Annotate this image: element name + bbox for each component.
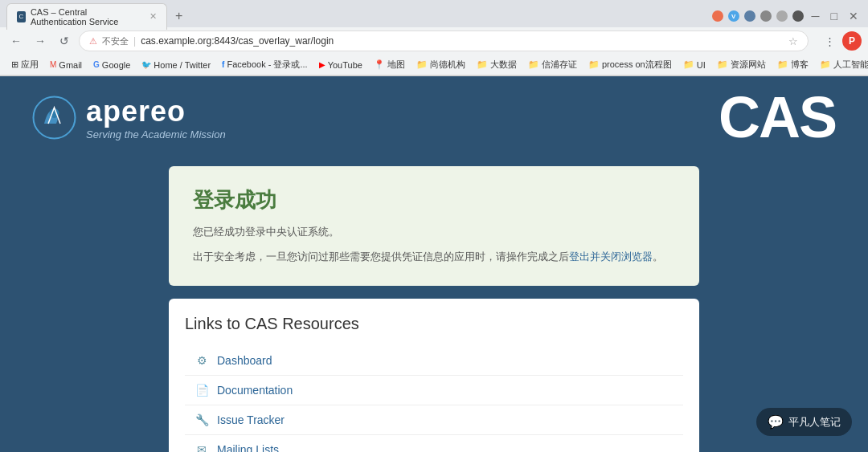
watermark: 💬 平凡人笔记	[756, 408, 852, 436]
security-text: 出于安全考虑，一旦您访问过那些需要您提供凭证信息的应用时，请操作完成之后登出并关…	[193, 249, 675, 266]
facebook-icon: f	[222, 60, 224, 69]
dashboard-link[interactable]: Dashboard	[217, 354, 272, 367]
apereo-logo: apereo Serving the Academic Mission	[32, 95, 226, 140]
documentation-link[interactable]: Documentation	[217, 384, 293, 397]
divider: |	[133, 35, 136, 47]
bookmark-blog[interactable]: 📁 博客	[772, 57, 813, 72]
bookmark-google[interactable]: G Google	[88, 59, 135, 71]
extension-icon-5	[776, 10, 788, 22]
security-icon: ⚠	[89, 36, 97, 47]
minimize-btn[interactable]: ─	[809, 8, 823, 24]
bookmark-maps[interactable]: 📍 地图	[369, 57, 410, 72]
ai-label: 人工智能	[833, 59, 868, 71]
resource-mailing-lists[interactable]: ✉ Mailing Lists	[185, 435, 683, 452]
insecure-label: 不安全	[102, 35, 129, 47]
bookmark-apps[interactable]: ⊞ 应用	[6, 57, 43, 72]
maps-label: 地图	[387, 59, 405, 71]
resource-documentation[interactable]: 📄 Documentation	[185, 376, 683, 405]
folder-icon-1: 📁	[416, 59, 428, 70]
folder-icon-6: 📁	[717, 59, 728, 70]
extension-icon-2: V	[728, 10, 739, 22]
address-bar[interactable]: ⚠ 不安全 | cas.example.org:8443/cas_overlay…	[79, 31, 809, 51]
profile-button[interactable]: P	[842, 31, 862, 51]
extension-icon-4	[760, 10, 772, 22]
bookmarks-bar: ⊞ 应用 M Gmail G Google 🐦 Home / Twitter f…	[0, 55, 868, 75]
bookmark-resources[interactable]: 📁 资源网站	[712, 57, 771, 72]
forward-button[interactable]: →	[31, 31, 50, 51]
bookmark-youtube[interactable]: ▶ YouTube	[314, 59, 367, 71]
folder-icon-2: 📁	[477, 59, 488, 70]
browser-chrome: C CAS – Central Authentication Service ✕…	[0, 0, 868, 76]
tab-close[interactable]: ✕	[149, 11, 157, 22]
success-box: 登录成功 您已经成功登录中央认证系统。 出于安全考虑，一旦您访问过那些需要您提供…	[169, 166, 699, 286]
dashboard-icon: ⚙	[194, 354, 209, 367]
security-text-after: 。	[653, 250, 663, 263]
twitter-icon: 🐦	[141, 60, 151, 69]
resource-dashboard[interactable]: ⚙ Dashboard	[185, 346, 683, 376]
twitter-label: Home / Twitter	[154, 60, 211, 70]
url-text: cas.example.org:8443/cas_overlay_war/log…	[141, 35, 334, 47]
issue-tracker-link[interactable]: Issue Tracker	[217, 413, 285, 426]
apereo-text: apereo Serving the Academic Mission	[86, 95, 226, 140]
apps-icon: ⊞	[11, 59, 18, 70]
tab-title: CAS – Central Authentication Service	[31, 7, 145, 26]
bookmark-bigdata[interactable]: 📁 大数据	[472, 57, 522, 72]
logout-link[interactable]: 登出并关闭浏览器	[569, 250, 653, 263]
resources-box: Links to CAS Resources ⚙ Dashboard 📄 Doc…	[169, 299, 699, 452]
extensions-button[interactable]: ⋮	[820, 31, 839, 51]
bookmark-process[interactable]: 📁 process on流程图	[583, 57, 677, 72]
apereo-logo-svg	[32, 96, 76, 140]
bookmark-ai[interactable]: 📁 人工智能	[815, 57, 868, 72]
extension-icon-1	[712, 10, 723, 22]
success-subtitle: 您已经成功登录中央认证系统。	[193, 224, 675, 241]
bigdata-label: 大数据	[490, 59, 517, 71]
google-label: Google	[102, 60, 130, 70]
bookmark-shangde[interactable]: 📁 尚德机构	[411, 57, 470, 72]
issue-tracker-icon: 🔧	[194, 413, 209, 426]
security-text-before: 出于安全考虑，一旦您访问过那些需要您提供凭证信息的应用时，请操作完成之后	[193, 250, 569, 263]
tab-favicon: C	[17, 11, 26, 22]
youtube-label: YouTube	[328, 60, 362, 70]
folder-icon-3: 📁	[528, 59, 539, 70]
resource-issue-tracker[interactable]: 🔧 Issue Tracker	[185, 405, 683, 435]
reload-button[interactable]: ↺	[55, 31, 74, 51]
xinpu-label: 信浦存证	[542, 59, 577, 71]
folder-icon-5: 📁	[683, 59, 694, 70]
chat-icon: 💬	[768, 414, 784, 430]
ui-label: UI	[697, 60, 706, 70]
mailing-icon: ✉	[194, 443, 209, 452]
close-btn[interactable]: ✕	[845, 8, 862, 24]
google-icon: G	[93, 60, 100, 69]
back-button[interactable]: ←	[6, 31, 26, 51]
nav-bar: ← → ↺ ⚠ 不安全 | cas.example.org:8443/cas_o…	[0, 27, 868, 55]
resources-title: Links to CAS Resources	[185, 315, 683, 333]
bookmark-twitter[interactable]: 🐦 Home / Twitter	[137, 59, 215, 71]
shangde-label: 尚德机构	[430, 59, 465, 71]
bookmark-facebook[interactable]: f Facebook - 登录或...	[217, 57, 313, 72]
folder-icon-7: 📁	[777, 59, 788, 70]
apps-label: 应用	[21, 59, 39, 71]
gmail-label: Gmail	[59, 60, 82, 70]
extension-icon-3	[744, 10, 755, 22]
gmail-icon: M	[50, 60, 56, 69]
facebook-label: Facebook - 登录或...	[227, 59, 307, 71]
documentation-icon: 📄	[194, 384, 209, 397]
tab-bar: C CAS – Central Authentication Service ✕…	[0, 0, 868, 27]
mailing-lists-link[interactable]: Mailing Lists	[217, 443, 279, 452]
bookmark-gmail[interactable]: M Gmail	[45, 59, 87, 71]
bookmark-ui[interactable]: 📁 UI	[678, 58, 710, 71]
apereo-name: apereo	[86, 95, 226, 128]
maps-icon: 📍	[374, 59, 385, 70]
folder-icon-8: 📁	[820, 59, 831, 70]
active-tab[interactable]: C CAS – Central Authentication Service ✕	[6, 3, 167, 30]
bookmark-star[interactable]: ☆	[788, 35, 798, 47]
new-tab-button[interactable]: +	[170, 9, 187, 23]
apereo-tagline: Serving the Academic Mission	[86, 128, 226, 140]
success-title: 登录成功	[193, 186, 675, 214]
process-label: process on流程图	[602, 59, 672, 71]
cas-logo: CAS	[719, 84, 836, 150]
youtube-icon: ▶	[319, 60, 326, 69]
page-header: apereo Serving the Academic Mission CAS	[0, 76, 868, 158]
maximize-btn[interactable]: □	[828, 8, 841, 24]
bookmark-xinpu[interactable]: 📁 信浦存证	[523, 57, 582, 72]
